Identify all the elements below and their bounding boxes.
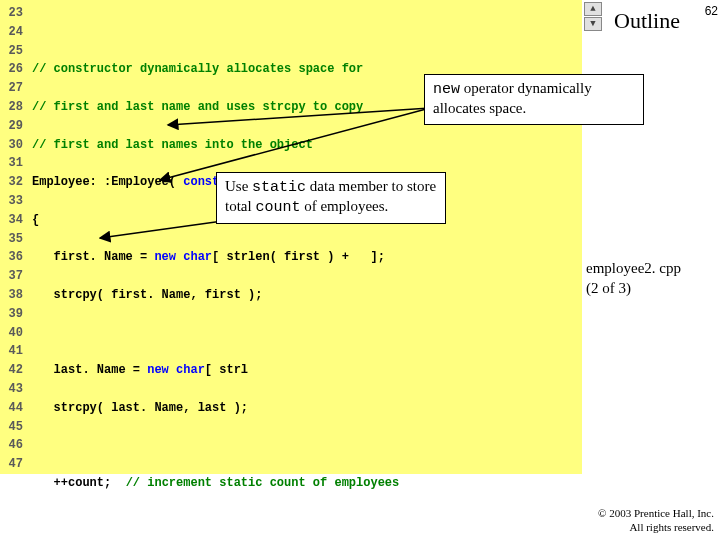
outline-label: Outline: [614, 8, 680, 34]
copyright-line: © 2003 Prentice Hall, Inc.: [598, 506, 714, 520]
code-text: ++count;: [32, 476, 126, 490]
code-text: Employee: :Employee(: [32, 175, 183, 189]
code-line: first. Name = new char[ strlen( first ) …: [32, 248, 421, 267]
lineno: 23: [3, 4, 23, 23]
callout-code: static: [252, 179, 306, 196]
lineno: 39: [3, 305, 23, 324]
lineno: 47: [3, 455, 23, 474]
nav-buttons: ▲ ▼: [584, 2, 602, 31]
code-line: // first and last name and uses strcpy t…: [32, 98, 421, 117]
code-text: [ strlen( first ) + ];: [212, 250, 385, 264]
code-line: strcpy( first. Name, first );: [32, 286, 421, 305]
lineno: 26: [3, 60, 23, 79]
line-numbers: 23 24 25 26 27 28 29 30 31 32 33 34 35 3…: [3, 4, 23, 474]
code-line: [32, 23, 421, 42]
lineno: 33: [3, 192, 23, 211]
lineno: 28: [3, 98, 23, 117]
code-text: [ strl: [205, 363, 248, 377]
lineno: 37: [3, 267, 23, 286]
callout-text: of employees.: [300, 198, 388, 214]
lineno: 31: [3, 154, 23, 173]
callout-static-member: Use static data member to store total co…: [216, 172, 446, 224]
callout-new-operator: new operator dynamically allocates space…: [424, 74, 644, 125]
slide: 23 24 25 26 27 28 29 30 31 32 33 34 35 3…: [0, 0, 720, 540]
lineno: 46: [3, 436, 23, 455]
lineno: 42: [3, 361, 23, 380]
code-text: last. Name =: [32, 363, 147, 377]
code-lines: // constructor dynamically allocates spa…: [32, 4, 421, 540]
lineno: 25: [3, 42, 23, 61]
lineno: 24: [3, 23, 23, 42]
lineno: 32: [3, 173, 23, 192]
chevron-up-icon: ▲: [590, 4, 595, 14]
lineno: 45: [3, 418, 23, 437]
nav-down-button[interactable]: ▼: [584, 17, 602, 31]
lineno: 27: [3, 79, 23, 98]
code-line: last. Name = new char[ strl: [32, 361, 421, 380]
code-line: // constructor dynamically allocates spa…: [32, 60, 421, 79]
lineno: 36: [3, 248, 23, 267]
code-line: [32, 436, 421, 455]
code-area: 23 24 25 26 27 28 29 30 31 32 33 34 35 3…: [0, 0, 582, 474]
file-name: employee2. cpp: [586, 258, 681, 278]
lineno: 40: [3, 324, 23, 343]
callout-code: new: [433, 81, 460, 98]
code-text: first. Name =: [32, 250, 154, 264]
code-line: // first and last names into the object: [32, 136, 421, 155]
file-label: employee2. cpp (2 of 3): [586, 258, 681, 298]
copyright-line: All rights reserved.: [598, 520, 714, 534]
nav-up-button[interactable]: ▲: [584, 2, 602, 16]
lineno: 41: [3, 342, 23, 361]
chevron-down-icon: ▼: [590, 19, 595, 29]
file-progress: (2 of 3): [586, 278, 681, 298]
code-line: [32, 324, 421, 343]
callout-text: Use: [225, 178, 252, 194]
lineno: 34: [3, 211, 23, 230]
lineno: 44: [3, 399, 23, 418]
lineno: 35: [3, 230, 23, 249]
lineno: 30: [3, 136, 23, 155]
code-line: ++count; // increment static count of em…: [32, 474, 421, 493]
callout-code: count: [255, 199, 300, 216]
lineno: 38: [3, 286, 23, 305]
lineno: 43: [3, 380, 23, 399]
copyright: © 2003 Prentice Hall, Inc. All rights re…: [598, 506, 714, 534]
code-comment: // increment static count of employees: [126, 476, 400, 490]
code-keyword: new char: [154, 250, 212, 264]
code-line: strcpy( last. Name, last );: [32, 399, 421, 418]
code-keyword: new char: [147, 363, 205, 377]
lineno: 29: [3, 117, 23, 136]
page-number: 62: [705, 4, 718, 18]
code-line: [32, 512, 421, 531]
